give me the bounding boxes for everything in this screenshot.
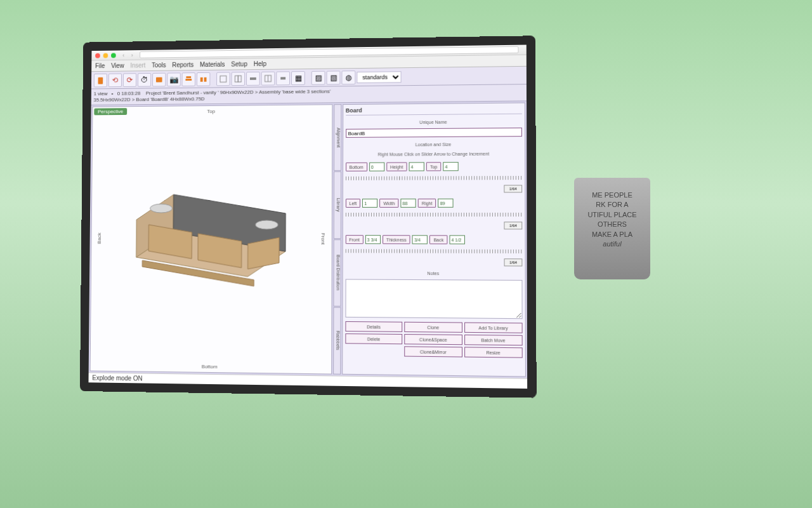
back-button[interactable]: Back — [429, 235, 447, 244]
breadcrumb-line1: Project 'Brent Sandhurst - vanity ' 96Hx… — [146, 88, 331, 96]
view-mode-badge: Perspective — [94, 108, 127, 115]
nav-forward-icon[interactable]: › — [131, 52, 133, 58]
view5-icon[interactable] — [276, 71, 290, 85]
breadcrumb-line2: 35.5Hx90Wx22D > Board 'BoardB' 4Hx88Wx0.… — [94, 95, 331, 103]
timer-icon[interactable]: ⏱ — [138, 72, 151, 86]
shade2-icon[interactable]: ▧ — [327, 70, 341, 84]
explode-icon[interactable] — [182, 72, 196, 86]
details-button[interactable]: Details — [345, 321, 402, 332]
left-button[interactable]: Left — [345, 199, 360, 208]
svg-point-20 — [150, 204, 172, 213]
standards-select[interactable]: standards — [357, 71, 401, 83]
right-value[interactable] — [438, 199, 454, 208]
view3-icon[interactable] — [246, 71, 260, 85]
screenshot-icon[interactable] — [152, 72, 166, 86]
notes-textarea[interactable] — [345, 279, 523, 319]
slider-hint: Right Mouse Click on Slider Arrow to Cha… — [346, 151, 522, 156]
tab-board-distribution[interactable]: Board Distribution — [333, 239, 341, 307]
background-flowerpot: ME PEOPLE RK FOR A UTIFUL PLACE OTHERS M… — [565, 152, 660, 279]
step-row3[interactable]: 1/64 — [504, 258, 523, 266]
tab-rabbets[interactable]: Rabbbets — [333, 307, 341, 374]
back-value[interactable] — [449, 235, 464, 244]
bottom-value[interactable] — [369, 163, 384, 171]
section-location-size: Location and Size — [346, 142, 522, 147]
add-to-library-button[interactable]: Add To Library — [464, 323, 523, 333]
left-value[interactable] — [362, 199, 377, 208]
nav-back-icon[interactable]: ‹ — [122, 52, 124, 58]
axis-label-bottom: Bottom — [202, 364, 218, 370]
tab-alignment[interactable]: Alignment — [334, 104, 341, 171]
menu-file[interactable]: File — [95, 62, 105, 69]
svg-rect-5 — [204, 77, 207, 81]
menu-setup[interactable]: Setup — [231, 60, 247, 67]
height-value[interactable] — [409, 162, 424, 171]
section-unique-name: Unique Name — [346, 119, 522, 125]
camera-icon[interactable]: 📷 — [167, 72, 180, 86]
front-button[interactable]: Front — [345, 235, 363, 244]
board-name-input[interactable] — [346, 128, 522, 138]
svg-rect-8 — [238, 76, 241, 82]
svg-rect-0 — [98, 77, 103, 84]
undo-icon[interactable]: ⟲ — [108, 73, 122, 87]
slider-row3[interactable] — [345, 249, 522, 253]
slider-row2[interactable] — [345, 213, 522, 217]
section-notes: Notes — [345, 271, 522, 276]
redo-icon[interactable]: ⟳ — [123, 73, 136, 87]
width-value[interactable] — [400, 199, 416, 208]
svg-rect-2 — [185, 79, 192, 81]
shade3-icon[interactable]: ◍ — [341, 70, 355, 84]
view1-icon[interactable] — [216, 72, 230, 86]
axis-label-front: Front — [320, 233, 325, 245]
svg-point-21 — [255, 220, 278, 229]
clipboard-icon[interactable] — [94, 73, 107, 87]
right-button[interactable]: Right — [418, 199, 436, 208]
menu-materials[interactable]: Materials — [200, 61, 225, 68]
tab-library[interactable]: Library — [333, 171, 341, 238]
panel-title: Board — [346, 106, 522, 116]
board-icon[interactable] — [197, 72, 211, 86]
maximize-window-button[interactable] — [111, 53, 116, 58]
slider-row1[interactable] — [346, 176, 523, 180]
svg-rect-7 — [235, 76, 238, 82]
bottom-button[interactable]: Bottom — [346, 163, 367, 171]
batch-move-button[interactable]: Batch Move — [464, 335, 523, 345]
app-window: ‹ › File View Insert Tools Reports Mater… — [89, 45, 528, 389]
menu-help[interactable]: Help — [254, 60, 266, 67]
menu-reports[interactable]: Reports — [172, 61, 193, 68]
delete-button[interactable]: Delete — [345, 333, 402, 344]
3d-viewport[interactable]: Perspective Top Bottom Back Front — [90, 104, 332, 374]
view6-icon[interactable]: ▦ — [291, 71, 305, 85]
svg-rect-9 — [250, 77, 256, 79]
svg-rect-12 — [280, 77, 285, 79]
clone-mirror-button[interactable]: Clone&Mirror — [404, 346, 462, 357]
menu-tools[interactable]: Tools — [152, 62, 166, 69]
width-button[interactable]: Width — [379, 199, 398, 208]
minimize-window-button[interactable] — [103, 53, 108, 58]
view2-icon[interactable] — [232, 72, 246, 86]
menu-insert: Insert — [130, 62, 145, 69]
axis-label-top: Top — [207, 109, 215, 114]
height-button[interactable]: Height — [386, 162, 407, 171]
axis-label-back: Back — [97, 233, 103, 244]
clone-button[interactable]: Clone — [404, 322, 462, 333]
svg-rect-3 — [186, 76, 191, 78]
cabinet-model — [124, 169, 299, 296]
front-value[interactable] — [365, 235, 381, 244]
top-value[interactable] — [443, 162, 459, 171]
view-count: 1 view — [94, 91, 108, 97]
clone-space-button[interactable]: Clone&Space — [404, 334, 462, 345]
thickness-button[interactable]: Thickness — [383, 235, 410, 244]
shade1-icon[interactable]: ▨ — [311, 70, 325, 84]
svg-rect-6 — [220, 76, 226, 82]
view4-icon[interactable] — [261, 71, 275, 85]
svg-rect-1 — [156, 77, 162, 82]
step-row1[interactable]: 1/64 — [504, 185, 522, 192]
resize-button[interactable]: Resize — [464, 347, 523, 358]
main-area: Perspective Top Bottom Back Front Alignm… — [89, 101, 527, 378]
laptop-screen: ‹ › File View Insert Tools Reports Mater… — [80, 36, 537, 398]
top-button[interactable]: Top — [426, 162, 442, 171]
close-window-button[interactable] — [95, 53, 100, 58]
step-row2[interactable]: 1/64 — [504, 222, 522, 229]
thickness-value[interactable] — [412, 235, 428, 244]
menu-view[interactable]: View — [111, 62, 124, 69]
